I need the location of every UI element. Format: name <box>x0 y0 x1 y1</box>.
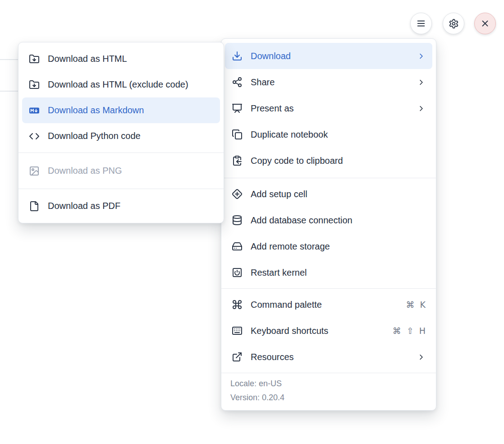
page-underlay-line <box>0 59 18 60</box>
menu-item-label: Share <box>251 77 409 88</box>
shortcut-hint: ⌘ ⇧ H <box>393 326 426 336</box>
download-icon <box>232 51 243 61</box>
menu-item-label: Download as HTML <box>48 54 213 64</box>
hamburger-icon <box>416 18 426 28</box>
menu-item-label: Resources <box>251 352 409 362</box>
menu-item-add-database-connection[interactable]: Add database connection <box>225 207 432 233</box>
menu-item-label: Add database connection <box>251 215 426 226</box>
menu-item-label: Download as HTML (exclude code) <box>48 79 213 90</box>
menu-item-download-as-markdown[interactable]: Download as Markdown <box>22 97 220 123</box>
external-link-icon <box>232 352 243 362</box>
menu-item-label: Download <box>251 51 409 61</box>
file-icon <box>29 201 40 212</box>
page-underlay-line <box>0 91 18 92</box>
chevron-right-icon <box>417 104 426 113</box>
folder-down-icon <box>29 54 40 65</box>
menu-item-download-as-png[interactable]: Download as PNG <box>22 158 220 184</box>
menu-item-label: Keyboard shortcuts <box>251 326 385 336</box>
diamond-plus-icon <box>232 189 243 199</box>
menu-item-download-python-code[interactable]: Download Python code <box>22 123 220 149</box>
close-icon <box>480 18 490 28</box>
locale-text: Locale: en-US <box>230 377 427 391</box>
menu-section: Add setup cell Add database connection A… <box>221 178 436 288</box>
menu-item-label: Copy code to clipboard <box>251 156 426 166</box>
menu-item-resources[interactable]: Resources <box>225 344 432 370</box>
gear-icon <box>449 18 459 29</box>
menu-item-label: Add setup cell <box>251 189 426 199</box>
settings-button[interactable] <box>443 13 464 34</box>
download-submenu: Download as HTML Download as HTML (exclu… <box>18 42 224 223</box>
menu-button[interactable] <box>410 13 432 34</box>
folder-down-icon <box>29 79 40 90</box>
menu-item-present-as[interactable]: Present as <box>225 95 432 121</box>
menu-item-restart-kernel[interactable]: Restart kernel <box>225 259 432 286</box>
presentation-icon <box>232 103 243 114</box>
share-icon <box>232 77 243 88</box>
menu-item-label: Download as PDF <box>48 201 213 211</box>
shortcut-key: ⇧ <box>407 326 414 336</box>
menu-item-label: Download Python code <box>48 131 213 141</box>
menu-item-share[interactable]: Share <box>225 69 432 95</box>
menu-item-label: Add remote storage <box>251 241 426 252</box>
clipboard-copy-icon <box>232 155 243 166</box>
menu-item-download-as-html[interactable]: Download as HTML <box>22 46 220 72</box>
menu-item-label: Command palette <box>251 300 398 310</box>
menu-section: Download as PDF <box>18 189 224 223</box>
menu-item-copy-code-to-clipboard[interactable]: Copy code to clipboard <box>225 148 432 174</box>
menu-item-label: Download as PNG <box>48 166 213 176</box>
version-text: Version: 0.20.4 <box>230 391 427 405</box>
menu-item-add-remote-storage[interactable]: Add remote storage <box>225 233 432 259</box>
menu-item-label: Present as <box>251 103 409 114</box>
menu-section: Download as HTML Download as HTML (exclu… <box>18 42 224 153</box>
square-power-icon <box>232 267 243 278</box>
menu-item-download[interactable]: Download <box>225 43 432 69</box>
shortcut-key: H <box>419 326 426 336</box>
shortcut-key: ⌘ <box>393 326 401 336</box>
shortcut-key: K <box>420 300 426 310</box>
menu-item-download-as-html-exclude-code[interactable]: Download as HTML (exclude code) <box>22 72 220 97</box>
notebook-actions-menu: Download Share Present as <box>221 38 436 411</box>
menu-section: Command palette ⌘ K Keyboard shortcuts ⌘… <box>221 288 436 373</box>
menu-item-add-setup-cell[interactable]: Add setup cell <box>225 181 432 207</box>
shortcut-key: ⌘ <box>406 300 415 310</box>
chevron-right-icon <box>417 78 426 87</box>
menu-item-label: Download as Markdown <box>48 105 213 116</box>
menu-section: Download Share Present as <box>221 39 436 178</box>
markdown-icon <box>29 105 40 116</box>
chevron-right-icon <box>417 353 426 361</box>
copy-icon <box>232 129 243 140</box>
menu-item-keyboard-shortcuts[interactable]: Keyboard shortcuts ⌘ ⇧ H <box>225 318 432 344</box>
keyboard-icon <box>232 325 243 336</box>
menu-item-label: Duplicate notebook <box>251 130 426 140</box>
code-icon <box>29 131 40 142</box>
menu-item-command-palette[interactable]: Command palette ⌘ K <box>225 291 432 318</box>
shortcut-hint: ⌘ K <box>406 300 426 310</box>
image-icon <box>29 166 40 176</box>
menu-section: Download as PNG <box>18 153 224 189</box>
database-icon <box>232 215 243 226</box>
menu-item-label: Restart kernel <box>251 268 426 278</box>
menu-item-duplicate-notebook[interactable]: Duplicate notebook <box>225 121 432 148</box>
chevron-right-icon <box>417 52 426 60</box>
hard-drive-icon <box>232 241 243 252</box>
command-icon <box>232 299 243 310</box>
menu-footer: Locale: en-US Version: 0.20.4 <box>221 373 436 410</box>
menu-item-download-as-pdf[interactable]: Download as PDF <box>22 193 220 219</box>
close-button[interactable] <box>474 13 496 34</box>
